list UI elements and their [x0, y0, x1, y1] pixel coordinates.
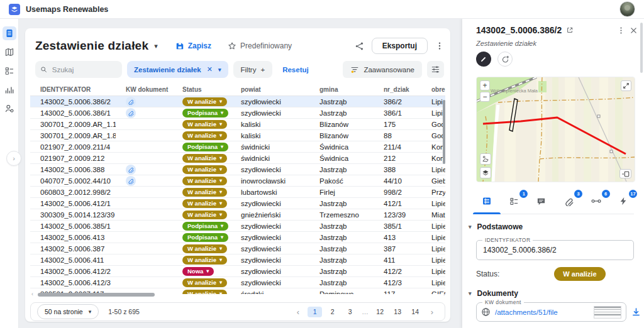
previous-page-button[interactable]: ‹: [297, 307, 299, 317]
table-row[interactable]: 143002_5.0006.388W analizie▾szydłowiecki…: [30, 164, 445, 175]
table-row[interactable]: 143002_5.0006.385/1Podpisana▾szydłowieck…: [30, 221, 445, 232]
map-zoom-in-button[interactable]: +: [480, 80, 490, 90]
status-chip[interactable]: W analizie▾: [182, 199, 227, 208]
table-row[interactable]: 143002_5.0006.412/2Nowa▾szydłowieckiJast…: [30, 266, 445, 277]
filter-chip-caret-icon[interactable]: ▾: [218, 67, 221, 73]
status-chip[interactable]: W analizie▾: [182, 131, 227, 140]
page-button[interactable]: 2: [325, 307, 340, 317]
title-caret-icon[interactable]: ▾: [154, 42, 158, 50]
status-chip[interactable]: W analizie▾: [182, 210, 227, 219]
kw-document-thumbnail[interactable]: [594, 306, 621, 319]
detail-status-chip[interactable]: W analizie: [554, 267, 605, 281]
table-row[interactable]: 143002_5.0006.386/1Podpisana▾szydłowieck…: [30, 107, 445, 119]
table-row[interactable]: 021907_2.0009.211/4Podpisana▾świdnickiŚw…: [30, 141, 445, 153]
sidebar-item-tasks[interactable]: [3, 64, 16, 78]
share-button[interactable]: [355, 41, 364, 51]
table-row[interactable]: 300701_2.0009.AR_1.88W analizie▾kaliskiB…: [30, 130, 445, 141]
next-page-button[interactable]: ›: [431, 307, 433, 317]
horizontal-scrollbar-thumb[interactable]: [38, 293, 155, 297]
edit-button[interactable]: [476, 52, 491, 67]
active-filter-chip[interactable]: Zestawienie działek ✕ ▾: [127, 61, 228, 78]
table-row[interactable]: 143002_5.0006.413Podpisana▾szydłowieckiJ…: [30, 232, 445, 243]
table-row[interactable]: 143002_5.0006.386/2W analizie▾szydłowiec…: [30, 96, 445, 107]
more-options-button[interactable]: [435, 41, 444, 50]
map-extent-button[interactable]: [619, 169, 631, 178]
sidebar-item-users[interactable]: [3, 102, 16, 116]
export-button[interactable]: Eksportuj: [372, 38, 428, 54]
status-chip[interactable]: W analizie▾: [182, 188, 227, 197]
page-button[interactable]: 12: [373, 307, 387, 317]
table-row[interactable]: 040707_5.0002.44/10W analizie▾inowrocław…: [30, 175, 445, 187]
map-fullscreen-button[interactable]: [621, 80, 631, 91]
reset-filters-link[interactable]: Resetuj: [282, 66, 309, 74]
status-chip[interactable]: Podpisana▾: [182, 222, 228, 231]
status-chip[interactable]: W analizie▾: [182, 278, 227, 287]
status-chip[interactable]: W analizie▾: [182, 256, 227, 265]
page-size-select[interactable]: 50 na stronie ▾: [37, 304, 99, 319]
open-in-new-button[interactable]: [566, 26, 574, 34]
detail-scrollbar[interactable]: [640, 23, 643, 73]
search-box[interactable]: [35, 61, 122, 78]
map-zoom-out-button[interactable]: −: [480, 92, 490, 102]
attachment-button[interactable]: [126, 108, 136, 118]
predefined-button[interactable]: Predefiniowany: [228, 41, 292, 50]
table-row[interactable]: 143002_5.0006.411W analizie▾szydłowiecki…: [30, 254, 445, 266]
status-chip[interactable]: W analizie▾: [182, 154, 227, 163]
status-chip[interactable]: Nowa▾: [182, 267, 214, 276]
user-avatar[interactable]: [619, 1, 635, 17]
sidebar-expand-button[interactable]: ›: [6, 151, 21, 166]
scroll-right-icon[interactable]: ›: [443, 291, 445, 297]
parcel-map[interactable]: Wola Lipieniecka Mała + −: [476, 77, 635, 182]
status-chip[interactable]: W analizie▾: [182, 244, 227, 253]
save-button[interactable]: Zapisz: [175, 41, 211, 50]
detail-tab-attachments[interactable]: 3: [560, 195, 577, 207]
page-button[interactable]: 1: [308, 307, 322, 317]
remove-filter-icon[interactable]: ✕: [207, 65, 213, 74]
sidebar-item-analytics[interactable]: [3, 83, 16, 97]
table-row[interactable]: 021907_2.0009.212W analizie▾świdnickiŚwi…: [30, 153, 445, 164]
status-chip[interactable]: W analizie▾: [182, 120, 227, 129]
attachment-button[interactable]: [126, 165, 136, 175]
status-chip[interactable]: W analizie▾: [182, 165, 227, 174]
vertical-scrollbar[interactable]: [443, 100, 445, 164]
attachment-button[interactable]: [126, 176, 136, 186]
column-settings-button[interactable]: [427, 61, 444, 78]
download-button[interactable]: [631, 307, 641, 317]
detail-tab-comments[interactable]: [533, 195, 550, 207]
status-chip[interactable]: W analizie▾: [182, 97, 227, 106]
status-chip[interactable]: Podpisana▾: [182, 143, 228, 151]
sidebar-item-map[interactable]: [3, 45, 16, 59]
detail-tab-relations[interactable]: 6: [588, 195, 604, 207]
scroll-left-icon[interactable]: ‹: [31, 291, 33, 297]
page-button[interactable]: 13: [391, 307, 405, 317]
horizontal-scrollbar[interactable]: ‹ ›: [30, 293, 445, 297]
identifier-field[interactable]: IDENTYFIKATOR 143002_5.0006.386/2: [476, 240, 634, 260]
section-documents[interactable]: ▾ Dokumenty: [469, 289, 518, 298]
status-chip[interactable]: Podpisana▾: [182, 233, 228, 242]
close-detail-button[interactable]: [630, 26, 638, 35]
detail-tab-details[interactable]: [479, 195, 495, 207]
table-row[interactable]: 143002_5.0006.412/3W analizie▾szydłowiec…: [30, 277, 445, 288]
table-row[interactable]: 300701_2.0009.AR_1.175W analizie▾kaliski…: [30, 119, 445, 130]
page-button[interactable]: 14: [408, 307, 423, 317]
map-layers-button[interactable]: [480, 167, 491, 178]
table-row[interactable]: 300309_5.0014.123/39W analizie▾gnieźnień…: [30, 209, 445, 221]
section-basic[interactable]: ▾ Podstawowe: [469, 222, 523, 231]
add-geometry-button[interactable]: [497, 52, 513, 67]
search-input[interactable]: [51, 65, 117, 74]
table-row[interactable]: 143002_5.0006.412/1W analizie▾szydłowiec…: [30, 198, 445, 209]
status-chip[interactable]: Podpisana▾: [182, 109, 228, 118]
attachment-button[interactable]: [126, 97, 136, 107]
advanced-filters-button[interactable]: Zaawansowane: [343, 61, 422, 78]
table-row[interactable]: 143002_5.0006.387W analizie▾szydłowiecki…: [30, 243, 445, 254]
kw-document-link[interactable]: /attachments/51/file: [495, 309, 589, 316]
status-chip[interactable]: W analizie▾: [182, 177, 227, 185]
detail-tab-tasks[interactable]: 1: [506, 195, 522, 207]
sidebar-item-registers[interactable]: [3, 26, 16, 40]
page-button[interactable]: 3: [343, 307, 357, 317]
add-filter-button[interactable]: Filtry +: [233, 61, 273, 78]
detail-more-button[interactable]: [617, 26, 625, 35]
detail-tab-activity[interactable]: 17: [615, 195, 631, 207]
kw-document-field[interactable]: KW dokument /attachments/51/file: [476, 302, 626, 322]
map-measure-button[interactable]: [480, 153, 491, 165]
